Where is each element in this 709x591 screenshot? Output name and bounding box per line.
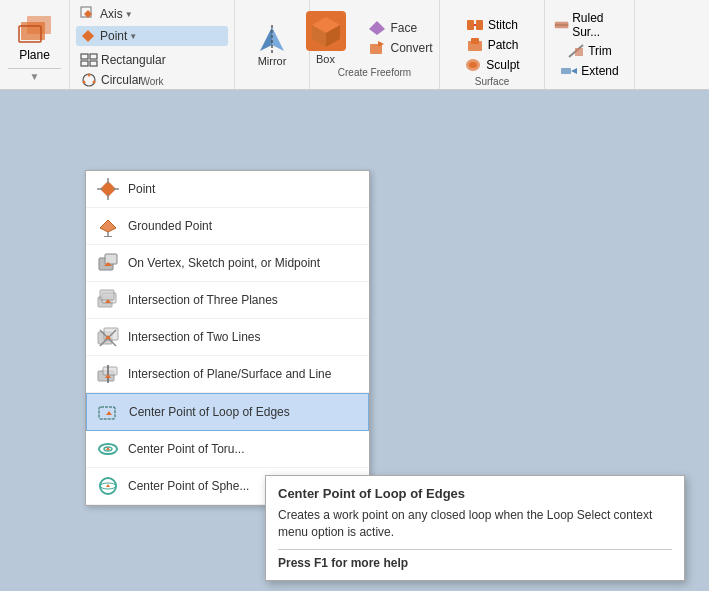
menu-item-point[interactable]: Point xyxy=(86,171,369,208)
work-label: Work xyxy=(70,76,234,87)
rectangular-button[interactable]: Rectangular xyxy=(76,50,228,70)
menu-item-grounded-point[interactable]: Grounded Point xyxy=(86,208,369,245)
axis-label: Axis xyxy=(100,7,123,21)
svg-rect-59 xyxy=(103,367,117,375)
torus-icon xyxy=(96,437,120,461)
svg-rect-8 xyxy=(81,61,88,66)
ruled-icon xyxy=(554,17,569,33)
sphere-icon xyxy=(96,474,120,498)
extend-label: Extend xyxy=(581,64,618,78)
svg-marker-21 xyxy=(369,21,385,35)
point-label: Point xyxy=(100,29,127,43)
svg-marker-63 xyxy=(106,411,112,415)
svg-rect-34 xyxy=(575,48,583,56)
mirror-icon xyxy=(256,23,288,55)
tooltip-title: Center Point of Loop of Edges xyxy=(278,486,672,501)
tooltip-popup: Center Point of Loop of Edges Creates a … xyxy=(265,475,685,581)
trim-label: Trim xyxy=(588,44,612,58)
stitch-label: Stitch xyxy=(488,18,518,32)
plane-button[interactable]: Plane xyxy=(11,8,59,66)
svg-rect-9 xyxy=(90,61,97,66)
dropdown-menu: Point Grounded Point xyxy=(85,170,370,506)
menu-item-three-planes[interactable]: Intersection of Three Planes xyxy=(86,282,369,319)
stitch-icon xyxy=(466,17,484,33)
menu-item-grounded-label: Grounded Point xyxy=(128,219,212,233)
menu-item-torus[interactable]: Center Point of Toru... xyxy=(86,431,369,468)
menu-item-plane-line[interactable]: Intersection of Plane/Surface and Line xyxy=(86,356,369,393)
face-label: Face xyxy=(391,21,418,35)
svg-rect-47 xyxy=(105,254,117,264)
menu-item-two-lines-label: Intersection of Two Lines xyxy=(128,330,261,344)
box-button[interactable]: Box xyxy=(301,11,351,65)
svg-marker-69 xyxy=(106,484,110,487)
ruled-trim-extend-section: Ruled Sur... Trim Extend xyxy=(545,0,635,89)
two-lines-icon xyxy=(96,325,120,349)
point-button[interactable]: Point ▼ xyxy=(76,26,228,46)
menu-item-two-lines[interactable]: Intersection of Two Lines xyxy=(86,319,369,356)
trim-button[interactable]: Trim xyxy=(564,41,615,61)
svg-rect-35 xyxy=(561,68,571,74)
convert-icon xyxy=(367,40,387,56)
svg-rect-24 xyxy=(467,20,474,30)
extend-button[interactable]: Extend xyxy=(557,61,621,81)
trim-icon xyxy=(567,43,585,59)
box-label: Box xyxy=(316,53,335,65)
box-section: Box Face xyxy=(310,0,440,89)
ruled-label: Ruled Sur... xyxy=(572,11,625,39)
mirror-label: Mirror xyxy=(258,55,287,67)
patch-button[interactable]: Patch xyxy=(463,35,522,55)
menu-item-vertex[interactable]: On Vertex, Sketch point, or Midpoint xyxy=(86,245,369,282)
axis-dropdown-arrow: ▼ xyxy=(125,10,133,19)
sculpt-label: Sculpt xyxy=(486,58,519,72)
menu-item-loop-edges[interactable]: Center Point of Loop of Edges xyxy=(86,393,369,431)
tooltip-divider xyxy=(278,549,672,550)
menu-item-vertex-label: On Vertex, Sketch point, or Midpoint xyxy=(128,256,320,270)
svg-point-30 xyxy=(469,62,477,68)
svg-rect-51 xyxy=(100,290,114,300)
face-button[interactable]: Face xyxy=(363,18,445,38)
menu-item-three-planes-label: Intersection of Three Planes xyxy=(128,293,278,307)
svg-marker-5 xyxy=(82,30,94,42)
svg-rect-7 xyxy=(90,54,97,59)
patch-icon xyxy=(466,37,484,53)
point-dropdown-arrow: ▼ xyxy=(129,32,137,41)
face-icon xyxy=(367,20,387,36)
svg-rect-25 xyxy=(476,20,483,30)
face-convert-section: Face Convert xyxy=(359,14,449,62)
grounded-point-icon xyxy=(96,214,120,238)
sculpt-icon xyxy=(464,57,482,73)
svg-rect-6 xyxy=(81,54,88,59)
axis-button[interactable]: Axis ▼ xyxy=(76,4,228,24)
three-planes-icon xyxy=(96,288,120,312)
tooltip-help: Press F1 for more help xyxy=(278,556,672,570)
box-icon xyxy=(306,11,346,51)
extend-icon xyxy=(560,63,578,79)
plane-line-icon xyxy=(96,362,120,386)
stitch-button[interactable]: Stitch xyxy=(463,15,521,35)
menu-item-sphere-label: Center Point of Sphe... xyxy=(128,479,249,493)
point-menu-icon xyxy=(96,177,120,201)
menu-item-point-label: Point xyxy=(128,182,155,196)
sculpt-button[interactable]: Sculpt xyxy=(461,55,522,75)
create-freeform-label: Create Freeform xyxy=(338,67,411,78)
plane-label: Plane xyxy=(19,48,50,62)
surface-label: Surface xyxy=(440,76,544,87)
svg-rect-1 xyxy=(27,16,51,34)
svg-marker-14 xyxy=(260,27,272,51)
rectangular-label: Rectangular xyxy=(101,53,166,67)
mirror-section: Mirror xyxy=(235,0,310,89)
svg-rect-28 xyxy=(471,38,479,44)
ruled-button[interactable]: Ruled Sur... xyxy=(551,9,628,41)
ribbon: Plane ▼ Axis ▼ xyxy=(0,0,709,90)
axis-icon xyxy=(80,6,96,22)
loop-edges-icon xyxy=(97,400,121,424)
plane-section: Plane ▼ xyxy=(0,0,70,89)
mirror-button[interactable]: Mirror xyxy=(256,23,288,67)
point-icon xyxy=(80,28,96,44)
menu-item-plane-line-label: Intersection of Plane/Surface and Line xyxy=(128,367,331,381)
svg-marker-36 xyxy=(571,68,577,74)
tooltip-description: Creates a work point on any closed loop … xyxy=(278,507,672,541)
menu-item-loop-edges-label: Center Point of Loop of Edges xyxy=(129,405,290,419)
convert-button[interactable]: Convert xyxy=(363,38,445,58)
menu-item-torus-label: Center Point of Toru... xyxy=(128,442,245,456)
